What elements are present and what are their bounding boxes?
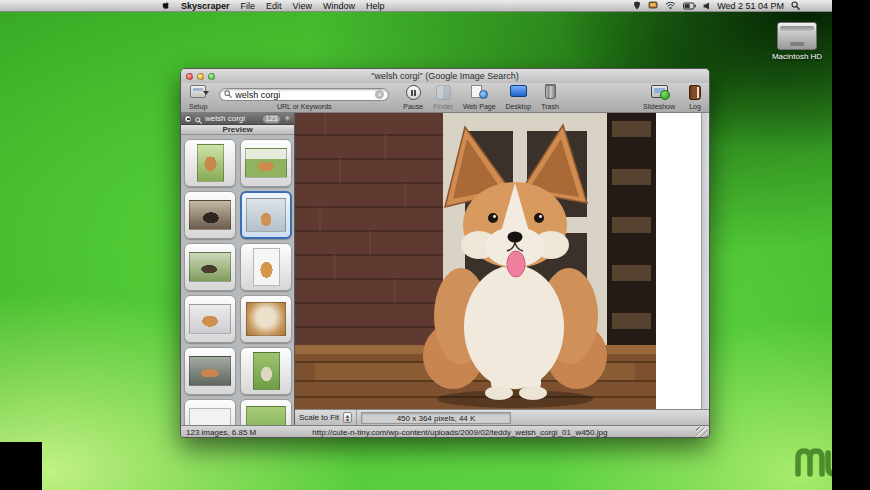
image-count-summary: 123 images, 6.85 M	[186, 428, 256, 437]
thumbnail-grid	[181, 135, 294, 425]
log-label: Log	[689, 103, 701, 111]
thumbnail-image	[246, 406, 286, 425]
menu-file[interactable]: File	[241, 1, 256, 11]
apple-menu-icon[interactable]	[162, 1, 170, 10]
finder-button: Finder	[433, 83, 453, 112]
thumbnail-image	[246, 302, 286, 336]
pause-label: Pause	[403, 103, 423, 111]
log-button[interactable]: Log	[689, 83, 701, 112]
preview-photo-corgi[interactable]	[295, 113, 656, 409]
thumbnail-image	[253, 248, 280, 286]
spotlight-icon[interactable]	[791, 1, 800, 10]
progress-spinner-icon: ✳	[284, 115, 291, 123]
pause-icon	[406, 85, 421, 100]
thumbnail[interactable]	[240, 347, 292, 395]
preview-bottom-bar: Scale to Fit ▲▼ 450 x 364 pixels, 44 K	[295, 409, 710, 425]
menu-bar-left: Skyscraper File Edit View Window Help	[162, 1, 384, 11]
search-icon	[224, 90, 232, 99]
thumbnail[interactable]	[240, 139, 292, 187]
thumbnail-image	[245, 148, 287, 178]
battery-icon[interactable]	[683, 2, 696, 10]
setup-label: Setup	[189, 103, 207, 111]
scale-mode-value: Scale to Fit	[299, 413, 339, 422]
thumbnail-image	[246, 198, 286, 232]
pause-button[interactable]: Pause	[403, 83, 423, 112]
log-icon	[689, 85, 701, 100]
slideshow-label: Slideshow	[643, 103, 675, 111]
menu-bar-status-items: Wed 2 51 04 PM	[633, 1, 800, 11]
wallpaper-dark-corner	[0, 442, 42, 490]
desktop-icon-macintosh-hd[interactable]: Macintosh HD	[768, 22, 826, 61]
trash-label: Trash	[541, 103, 559, 111]
thumbnail-image	[189, 356, 231, 386]
slideshow-icon	[651, 85, 668, 98]
thumbnail[interactable]	[184, 191, 236, 239]
shield-icon[interactable]	[633, 1, 641, 10]
macupdate-watermark-logo	[793, 440, 832, 484]
search-icon-small	[195, 113, 202, 128]
scale-mode-select[interactable]: Scale to Fit ▲▼	[295, 410, 357, 425]
skyscraper-window: "welsh corgi" (Google Image Search) Setu…	[180, 68, 710, 438]
thumbnail-image	[189, 408, 231, 425]
thumbnail[interactable]	[184, 399, 236, 425]
menu-edit[interactable]: Edit	[266, 1, 282, 11]
menu-help[interactable]: Help	[366, 1, 385, 11]
thumbnail[interactable]	[184, 347, 236, 395]
thumbnail[interactable]	[240, 295, 292, 343]
thumbnail-image	[189, 252, 231, 282]
webpage-label: Web Page	[463, 103, 496, 111]
volume-icon[interactable]	[703, 2, 710, 10]
window-title: "welsh corgi" (Google Image Search)	[181, 71, 709, 81]
setup-icon	[190, 85, 206, 98]
sidebar: welsh corgi 123 ✳ Preview	[181, 113, 295, 425]
menu-view[interactable]: View	[293, 1, 312, 11]
preview-scrollbar[interactable]	[701, 113, 710, 409]
image-url: http://cute-n-tiny.com/wp-content/upload…	[312, 428, 696, 437]
slideshow-button[interactable]: Slideshow	[643, 83, 675, 112]
trash-button[interactable]: Trash	[541, 83, 559, 112]
thumbnail[interactable]	[184, 243, 236, 291]
setup-button[interactable]: Setup	[189, 83, 207, 112]
task-query-label: welsh corgi	[205, 114, 259, 123]
stepper-arrows-icon: ▲▼	[343, 412, 352, 423]
webpage-icon	[471, 85, 488, 99]
wifi-icon[interactable]	[665, 1, 676, 10]
thumbnail-image	[197, 144, 224, 182]
finder-icon	[436, 85, 451, 100]
desktop-button[interactable]: Desktop	[506, 83, 532, 112]
finder-label: Finder	[433, 103, 453, 111]
preview-pane	[295, 113, 710, 409]
window-title-bar[interactable]: "welsh corgi" (Google Image Search)	[181, 69, 709, 83]
menu-bar-clock[interactable]: Wed 2 51 04 PM	[717, 1, 784, 11]
search-value: welsh corgi	[235, 90, 372, 100]
desktop: Skyscraper File Edit View Window Help	[0, 0, 832, 490]
image-info: 450 x 364 pixels, 44 K	[361, 412, 511, 424]
trash-icon	[545, 85, 556, 99]
stop-button[interactable]	[184, 115, 192, 123]
search-area: welsh corgi × URL or Keywords	[219, 83, 389, 112]
desktop-label: Desktop	[506, 103, 532, 111]
thumbnail-image	[189, 304, 231, 334]
screen: Skyscraper File Edit View Window Help	[0, 0, 870, 490]
clear-search-icon[interactable]: ×	[375, 90, 384, 99]
hard-drive-icon	[777, 22, 817, 50]
display-icon[interactable]	[648, 1, 658, 10]
desktop-icon	[510, 85, 527, 97]
menu-bar: Skyscraper File Edit View Window Help	[0, 0, 832, 12]
hd-icon-label: Macintosh HD	[768, 52, 826, 61]
menu-window[interactable]: Window	[323, 1, 355, 11]
thumbnail-image	[253, 352, 280, 390]
thumbnail[interactable]	[184, 139, 236, 187]
thumbnail[interactable]	[240, 399, 292, 425]
thumbnail-image	[189, 200, 231, 230]
search-task-row[interactable]: welsh corgi 123 ✳	[181, 113, 294, 125]
toolbar: Setup welsh corgi × URL or Keywords	[181, 83, 709, 113]
menu-app-name[interactable]: Skyscraper	[181, 1, 230, 11]
search-hint-label: URL or Keywords	[277, 103, 332, 111]
resize-grip[interactable]	[696, 427, 708, 439]
search-input[interactable]: welsh corgi ×	[219, 88, 389, 101]
thumbnail-selected[interactable]	[240, 191, 292, 239]
webpage-button[interactable]: Web Page	[463, 83, 496, 112]
thumbnail[interactable]	[240, 243, 292, 291]
thumbnail[interactable]	[184, 295, 236, 343]
